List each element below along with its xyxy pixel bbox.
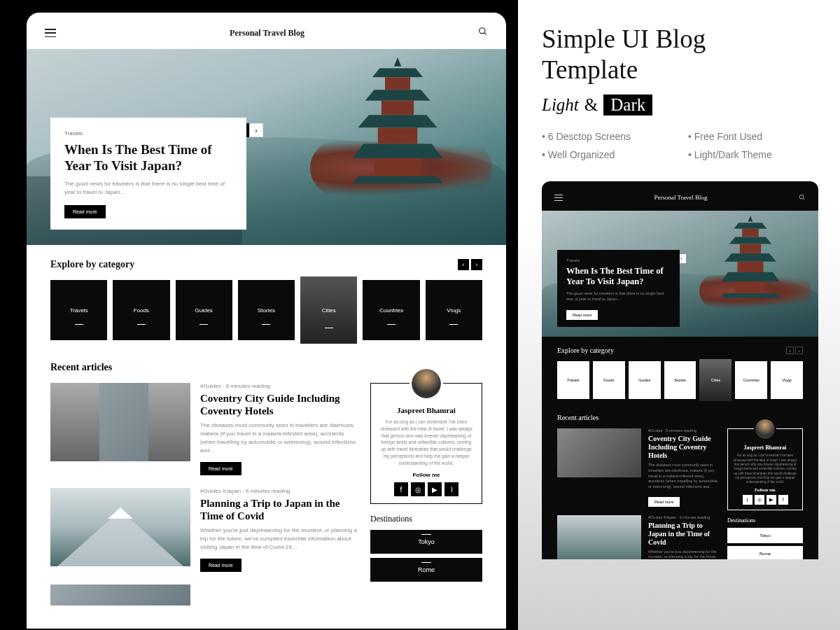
category-card[interactable]: Vlogs — [771, 361, 803, 399]
svg-rect-6 — [382, 101, 414, 115]
category-row: Travels Foods Guides Stories Cities Coun… — [557, 361, 803, 401]
hero-desc: The good news for travelers is that ther… — [64, 180, 232, 197]
destination-card[interactable]: Tokyo — [370, 530, 482, 554]
article-desc: The diseases most commonly seen in trave… — [200, 421, 358, 455]
hero-image: ‹ › Travels When Is The Best Time of Yea… — [27, 49, 506, 245]
pagoda-illustration — [721, 215, 780, 302]
svg-rect-8 — [378, 127, 418, 144]
category-card-active[interactable]: Cities — [300, 276, 357, 344]
sidebar: Jaspreet Bhamrai For as long as I can re… — [370, 383, 482, 618]
article-thumb[interactable] — [50, 488, 190, 566]
pagoda-illustration — [352, 57, 443, 186]
explore-title: Explore by category — [557, 346, 614, 354]
category-card-active[interactable]: Cities — [699, 359, 732, 401]
article-desc: The diseases most commonly seen in trave… — [648, 463, 719, 489]
author-name: Jaspreet Bhamrai — [733, 444, 797, 451]
follow-label: Follow me — [733, 488, 797, 492]
svg-rect-4 — [385, 77, 410, 90]
category-card[interactable]: Guides — [176, 280, 232, 340]
feature-list: • 6 Desctop Screens • Free Font Used • W… — [542, 131, 819, 160]
svg-marker-3 — [372, 68, 423, 77]
hero-tag: Travels — [64, 130, 232, 136]
youtube-icon[interactable]: ▶ — [766, 495, 776, 505]
hero-readmore-button[interactable]: Read more — [566, 310, 598, 320]
cat-prev-button[interactable]: ‹ — [786, 346, 794, 354]
article-title[interactable]: Coventry City Guide Including Coventry H… — [648, 435, 719, 460]
menu-icon[interactable] — [45, 29, 56, 37]
category-card[interactable]: Stories — [238, 280, 295, 340]
destinations-title: Destinations — [727, 517, 803, 524]
article-readmore-button[interactable]: Read more — [648, 497, 680, 507]
hero-readmore-button[interactable]: Read more — [64, 205, 106, 218]
feature-item: • 6 Desctop Screens — [542, 131, 673, 142]
category-card[interactable]: Travels — [50, 280, 107, 340]
article-title[interactable]: Planning a Trip to Japan in the Time of … — [200, 497, 358, 522]
facebook-icon[interactable]: f — [394, 482, 408, 496]
facebook-icon[interactable]: f — [743, 495, 752, 505]
category-pager: ‹ › — [458, 259, 482, 270]
sidebar: Jaspreet Bhamrai For as long as I can re… — [727, 428, 803, 559]
destination-card[interactable]: Rome — [370, 558, 482, 582]
article-desc: Whether you're just daydreaming for the … — [648, 550, 719, 560]
social-row: f ◎ ▶ ⌇ — [378, 482, 475, 496]
article-thumb[interactable] — [557, 428, 641, 477]
svg-rect-22 — [735, 282, 766, 294]
promo-title: Simple UI BlogTemplate — [542, 24, 819, 85]
category-card[interactable]: Foods — [593, 361, 625, 399]
cat-prev-button[interactable]: ‹ — [458, 259, 469, 270]
svg-point-12 — [799, 195, 804, 200]
article-thumb[interactable] — [557, 515, 641, 560]
avatar — [410, 367, 443, 400]
category-card[interactable]: Foods — [113, 280, 169, 340]
header: Personal Travel Blog — [542, 181, 818, 211]
svg-marker-15 — [734, 223, 766, 229]
hero-title: When Is The Best Time of Year To Visit J… — [64, 142, 232, 174]
instagram-icon[interactable]: ◎ — [411, 482, 425, 496]
preview-light-card: Personal Travel Blog ‹ › — [27, 13, 506, 629]
menu-icon[interactable] — [554, 195, 563, 201]
svg-rect-10 — [374, 158, 421, 176]
hero-tag: Travels — [566, 258, 671, 262]
article-thumb-partial[interactable] — [50, 584, 190, 606]
search-icon[interactable] — [799, 191, 806, 204]
article-row: #Guides #Japan · 6 minutes reading Plann… — [557, 515, 719, 560]
youtube-icon[interactable]: ▶ — [428, 482, 442, 496]
article-readmore-button[interactable]: Read more — [200, 559, 241, 572]
article-readmore-button[interactable]: Read more — [200, 462, 241, 475]
article-title[interactable]: Planning a Trip to Japan in the Time of … — [648, 522, 719, 547]
category-card[interactable]: Guides — [629, 361, 661, 399]
instagram-icon[interactable]: ◎ — [755, 495, 764, 505]
svg-marker-14 — [748, 216, 753, 222]
svg-rect-18 — [740, 244, 761, 253]
category-card[interactable]: Countries — [735, 361, 767, 399]
svg-line-13 — [803, 199, 804, 200]
svg-marker-9 — [353, 144, 443, 158]
article-title[interactable]: Coventry City Guide Including Coventry H… — [200, 392, 358, 417]
article-feed: #Guides · 8 minutes reading Coventry Cit… — [50, 383, 358, 618]
article-row: #Guides #Japan · 6 minutes reading Plann… — [50, 488, 358, 572]
cat-next-button[interactable]: › — [795, 346, 803, 354]
category-card[interactable]: Stories — [664, 361, 696, 399]
article-meta: #Guides · 8 minutes reading — [648, 428, 719, 433]
destination-card[interactable]: Rome — [727, 546, 803, 559]
category-card[interactable]: Travels — [557, 361, 589, 399]
hero-next-button[interactable]: › — [249, 123, 263, 137]
category-card[interactable]: Vlogs — [426, 280, 482, 340]
svg-marker-2 — [394, 57, 401, 66]
author-bio: For as long as I can remember I've been … — [733, 454, 797, 484]
article-thumb[interactable] — [50, 383, 190, 461]
author-name: Jaspreet Bhamrai — [378, 406, 475, 414]
search-icon[interactable] — [478, 27, 488, 39]
feature-item: • Well Organized — [542, 149, 673, 160]
avatar — [754, 418, 776, 440]
article-meta: #Guides #Japan · 6 minutes reading — [200, 488, 358, 494]
social-row: f ◎ ▶ ⌇ — [733, 495, 797, 505]
category-card[interactable]: Countries — [363, 280, 419, 340]
cat-next-button[interactable]: › — [471, 259, 482, 270]
link-icon[interactable]: ⌇ — [778, 495, 788, 505]
recent-section: Recent articles #Guides · 8 minutes read… — [27, 349, 506, 618]
destination-card[interactable]: Tokyo — [727, 528, 803, 543]
link-icon[interactable]: ⌇ — [444, 482, 458, 496]
hero-card: Travels When Is The Best Time of Year To… — [557, 250, 680, 328]
author-card: Jaspreet Bhamrai For as long as I can re… — [727, 428, 803, 510]
